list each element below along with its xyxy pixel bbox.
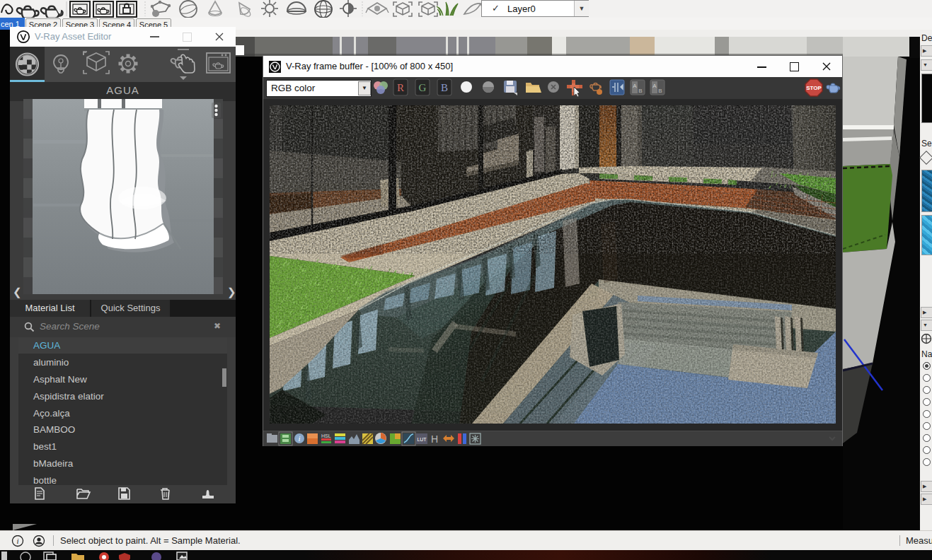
svg-text:G: G [419,82,427,93]
svg-text:B: B [441,82,448,93]
svg-text:i: i [16,537,18,545]
svg-text:A: A [633,83,637,89]
svg-text:HSL: HSL [321,433,331,438]
svg-text:B: B [638,88,642,94]
svg-text:LUT: LUT [417,437,427,442]
svg-text:STOP: STOP [806,85,822,91]
svg-text:H: H [431,433,438,445]
svg-text:i: i [298,434,300,443]
svg-text:B: B [658,88,662,94]
svg-text:A: A [652,83,657,89]
svg-text:R: R [397,82,404,93]
